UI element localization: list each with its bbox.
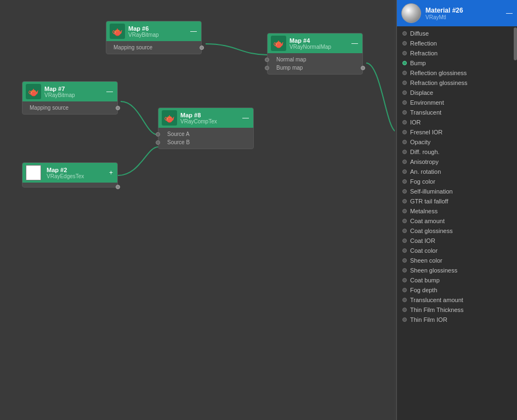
- node-canvas[interactable]: 🫖 Map #6 VRayBitmap — Mapping source 🫖 M…: [0, 0, 395, 420]
- slot-row-gtr-tail-falloff[interactable]: GTR tail falloff: [397, 196, 517, 206]
- slot-dot-12: [402, 150, 407, 154]
- material-slots-list[interactable]: DiffuseReflectionRefractionBumpReflectio…: [397, 26, 517, 420]
- port-label-bump: Bump map: [276, 65, 303, 71]
- node-map6-header: 🫖 Map #6 VRayBitmap —: [106, 21, 201, 41]
- slot-dot-25: [402, 278, 407, 282]
- node-map6-collapse[interactable]: —: [189, 27, 198, 35]
- slot-row-coat-amount[interactable]: Coat amount: [397, 216, 517, 226]
- node-map2-swatch: [26, 165, 41, 180]
- port-dot-normal-in[interactable]: [265, 58, 269, 62]
- slot-label-21: Coat IOR: [410, 237, 435, 244]
- slot-row-refraction[interactable]: Refraction: [397, 48, 517, 58]
- port-dot-mapping-out[interactable]: [200, 46, 204, 50]
- slot-label-11: Opacity: [410, 139, 430, 145]
- slot-row-fresnel-ior[interactable]: Fresnel IOR: [397, 127, 517, 137]
- slot-row-ior[interactable]: IOR: [397, 117, 517, 127]
- slot-label-15: Fog color: [410, 178, 435, 185]
- slot-dot-27: [402, 298, 407, 302]
- material-collapse[interactable]: —: [506, 9, 513, 17]
- slot-row-coat-glossiness[interactable]: Coat glossiness: [397, 226, 517, 236]
- slot-row-sheen-color[interactable]: Sheen color: [397, 256, 517, 265]
- node-map4-type: VRayNormalMap: [289, 44, 347, 50]
- slot-row-refraction-glossiness[interactable]: Refraction glossiness: [397, 78, 517, 88]
- node-map7-body: Mapping source: [22, 101, 117, 114]
- node-map4-body: Normal map Bump map: [268, 53, 362, 74]
- material-type: VRayMtl: [425, 14, 463, 20]
- slot-row-displace[interactable]: Displace: [397, 88, 517, 98]
- node-map7-collapse[interactable]: —: [105, 88, 114, 95]
- port-label-sourcea: Source A: [167, 131, 190, 137]
- slot-row-fog-depth[interactable]: Fog depth: [397, 285, 517, 295]
- node-map7-header: 🫖 Map #7 VRayBitmap —: [22, 82, 117, 101]
- slot-row-coat-ior[interactable]: Coat IOR: [397, 236, 517, 246]
- node-map6[interactable]: 🫖 Map #6 VRayBitmap — Mapping source: [106, 21, 202, 54]
- slot-row-opacity[interactable]: Opacity: [397, 137, 517, 147]
- slot-label-4: Reflection glossiness: [410, 70, 467, 76]
- slot-label-23: Sheen color: [410, 257, 442, 264]
- port-dot-map4-out[interactable]: [361, 66, 365, 70]
- slot-row-translucent[interactable]: Translucent: [397, 107, 517, 117]
- slot-label-7: Environment: [410, 99, 444, 106]
- slot-dot-4: [402, 71, 407, 75]
- port-dot-mapping7-out[interactable]: [116, 106, 120, 110]
- slot-row-coat-bump[interactable]: Coat bump: [397, 275, 517, 285]
- slot-dot-14: [402, 169, 407, 174]
- node-map6-body: Mapping source: [106, 41, 201, 54]
- port-dot-map2-out[interactable]: [116, 185, 120, 189]
- node-map8-icon: 🫖: [162, 110, 177, 126]
- slot-dot-18: [402, 209, 407, 213]
- port-dot-sourcea-in[interactable]: [156, 132, 160, 137]
- node-map4-collapse[interactable]: —: [350, 39, 359, 47]
- slot-label-2: Refraction: [410, 50, 438, 56]
- slot-row-thin-film-ior[interactable]: Thin Film IOR: [397, 315, 517, 325]
- slot-row-reflection[interactable]: Reflection: [397, 38, 517, 48]
- slot-label-10: Fresnel IOR: [410, 129, 442, 135]
- slot-row-sheen-glossiness[interactable]: Sheen glossiness: [397, 265, 517, 275]
- slot-row-metalness[interactable]: Metalness: [397, 206, 517, 216]
- slot-row-reflection-glossiness[interactable]: Reflection glossiness: [397, 68, 517, 78]
- material-header: Material #26 VRayMtl —: [397, 0, 517, 26]
- slot-row-fog-color[interactable]: Fog color: [397, 177, 517, 186]
- slot-dot-19: [402, 219, 407, 223]
- scrollbar-thumb[interactable]: [514, 27, 517, 60]
- slot-dot-5: [402, 81, 407, 85]
- port-dot-sourceb-in[interactable]: [156, 140, 160, 145]
- slot-dot-2: [402, 51, 407, 55]
- slot-row-anisotropy[interactable]: Anisotropy: [397, 157, 517, 167]
- slot-row-coat-color[interactable]: Coat color: [397, 246, 517, 256]
- node-map6-type: VRayBitmap: [128, 32, 186, 38]
- slot-row-diffuse[interactable]: Diffuse: [397, 29, 517, 38]
- port-label-normal: Normal map: [276, 56, 306, 63]
- slot-row-bump[interactable]: Bump: [397, 58, 517, 68]
- node-map4-port-normal: Normal map: [268, 55, 362, 64]
- slot-row-thin-film-thickness[interactable]: Thin Film Thickness: [397, 305, 517, 315]
- slot-label-18: Metalness: [410, 208, 438, 214]
- slot-row-self-illumination[interactable]: Self-illumination: [397, 186, 517, 196]
- slot-row-translucent-amount[interactable]: Translucent amount: [397, 295, 517, 305]
- slot-label-3: Bump: [410, 60, 426, 66]
- slot-row-an.-rotation[interactable]: An. rotation: [397, 167, 517, 177]
- node-map7-type: VRayBitmap: [44, 92, 102, 98]
- slot-dot-6: [402, 90, 407, 95]
- node-map8-port-sourcea: Source A: [158, 130, 253, 138]
- slot-dot-20: [402, 229, 407, 233]
- slot-label-29: Thin Film IOR: [410, 316, 447, 323]
- port-label-mapping-source7: Mapping source: [30, 105, 69, 111]
- slot-label-20: Coat glossiness: [410, 228, 453, 234]
- slot-row-environment[interactable]: Environment: [397, 98, 517, 107]
- port-dot-bump-in[interactable]: [265, 66, 269, 70]
- node-map6-name: Map #6: [128, 25, 186, 32]
- node-map7[interactable]: 🫖 Map #7 VRayBitmap — Mapping source: [22, 81, 118, 115]
- node-map7-name: Map #7: [44, 86, 102, 92]
- node-map2[interactable]: Map #2 VRayEdgesTex +: [22, 162, 118, 188]
- node-map2-collapse[interactable]: +: [108, 169, 114, 177]
- slot-dot-11: [402, 140, 407, 144]
- node-map6-port-mapping: Mapping source: [106, 43, 201, 52]
- slot-dot-10: [402, 130, 407, 134]
- node-map4[interactable]: 🫖 Map #4 VRayNormalMap — Normal map Bump…: [267, 33, 363, 75]
- node-map2-body: [22, 183, 117, 187]
- node-map8-collapse[interactable]: —: [241, 114, 250, 122]
- slot-row-diff.-rough.[interactable]: Diff. rough.: [397, 147, 517, 157]
- slot-label-17: GTR tail falloff: [410, 198, 448, 205]
- node-map8[interactable]: 🫖 Map #8 VRayCompTex — Source A Source B: [158, 107, 254, 149]
